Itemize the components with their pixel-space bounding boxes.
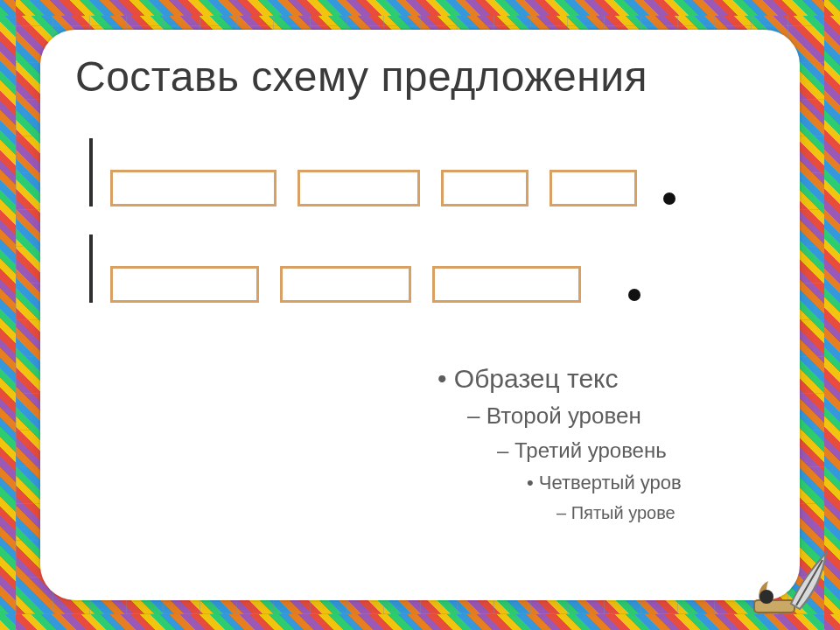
word-slot xyxy=(280,266,411,303)
svg-point-2 xyxy=(760,590,774,604)
slide-title: Составь схему предложения xyxy=(75,52,765,101)
word-slot xyxy=(110,266,259,303)
outline-level-3: Третий уровень xyxy=(497,438,800,463)
outline-level-5: Пятый урове xyxy=(556,503,800,523)
sentence-period xyxy=(628,289,640,301)
word-slot xyxy=(432,266,581,303)
word-slot xyxy=(550,170,637,206)
slide-card: Составь схему предложения Образец текс В… xyxy=(40,30,800,600)
outline-level-4: Четвертый уров xyxy=(527,472,800,494)
outline-level-2: Второй уровен xyxy=(467,402,800,430)
word-slot xyxy=(110,170,276,206)
svg-rect-0 xyxy=(754,600,794,612)
word-slot xyxy=(441,170,528,206)
body-placeholder-outline: Образец текс Второй уровен Третий уровен… xyxy=(438,364,800,523)
sentence-period xyxy=(663,192,676,205)
sentence-scheme-row-1 xyxy=(89,170,676,206)
svg-line-1 xyxy=(796,560,822,606)
word-slot xyxy=(298,170,420,206)
sentence-scheme-row-2 xyxy=(89,266,640,303)
quill-and-scroll-icon xyxy=(738,528,835,625)
outline-level-1: Образец текс xyxy=(438,364,800,394)
